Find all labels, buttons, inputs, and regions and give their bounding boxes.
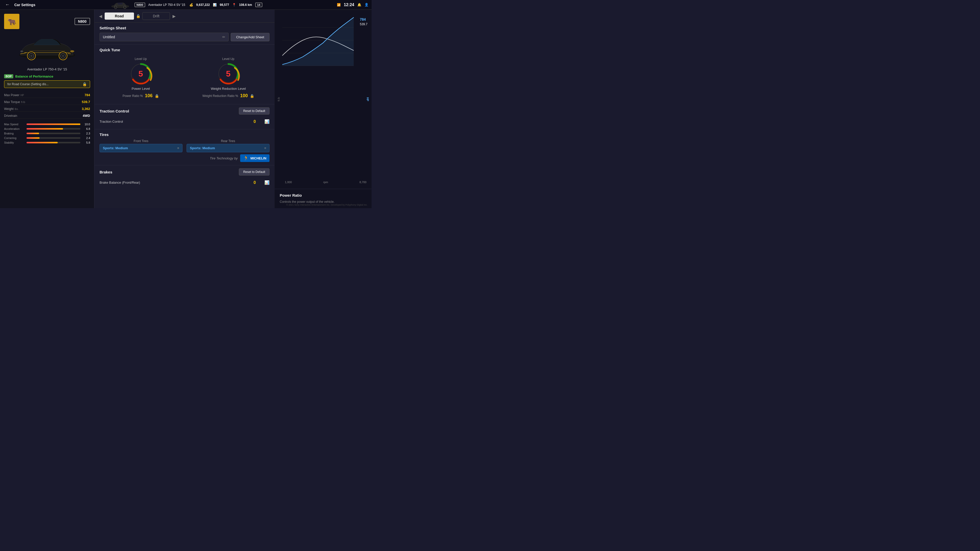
weight-ratio-value: 100: [240, 93, 248, 98]
power-level-label: Power Level: [132, 87, 150, 91]
max-power-unit: HP: [21, 94, 24, 97]
stat-weight: Weightlbs. 3,362: [4, 106, 90, 112]
brake-bar-icon[interactable]: 📊: [264, 180, 269, 185]
lock-icon: 🔒: [83, 82, 87, 86]
rear-tire-col: Rear Tires Sports: Medium ≡: [186, 139, 269, 152]
tires-title: Tires: [100, 132, 109, 137]
car-thumb-icon: [110, 1, 130, 9]
header-car-name: Aventador LP 750-4 SV '15: [148, 3, 185, 6]
settings-sheet-section: Settings Sheet Untitled ✏ Change/Add She…: [94, 23, 275, 44]
max-speed-label: Max Speed: [4, 123, 24, 126]
rpm-center-label: rpm: [323, 181, 328, 184]
pp-icon: 📊: [213, 3, 217, 6]
front-tire-menu-icon: ≡: [177, 146, 179, 150]
credits-value: 9,637,222: [196, 3, 210, 6]
bop-course[interactable]: for Road Course (Setting dis... 🔒: [4, 80, 90, 88]
cornering-label: Cornering: [4, 137, 24, 140]
traction-reset-button[interactable]: Reset to Default: [239, 107, 269, 114]
stat-max-torque: Max Torqueft·lb 539.7: [4, 99, 90, 105]
michelin-area: Tire Technology by 🏃 MICHELIN: [100, 154, 269, 162]
header-left: ← Car Settings: [3, 2, 35, 8]
edit-icon: ✏: [222, 35, 225, 39]
change-sheet-button[interactable]: Change/Add Sheet: [231, 33, 269, 41]
header-bar: ← Car Settings N800 Aventador LP 750-4 S…: [0, 0, 372, 10]
chart-torque-value: 539.7: [360, 22, 368, 26]
tires-row: Front Tires Sports: Medium ≡ Rear Tires …: [100, 139, 269, 152]
acceleration-value: 6.8: [83, 127, 90, 130]
distance-icon: 📍: [232, 3, 236, 6]
weight-unit: lbs.: [14, 108, 19, 110]
power-chart-svg: [282, 15, 359, 76]
sheet-name-input[interactable]: Untitled ✏: [100, 33, 229, 41]
stat-drivetrain: Drivetrain 4WD: [4, 113, 90, 119]
car-main-image: [14, 36, 80, 62]
brand-icon: 🐂: [7, 17, 16, 26]
max-torque-value: 539.7: [82, 100, 90, 104]
back-button[interactable]: ←: [3, 2, 12, 8]
car-thumbnail: [110, 0, 130, 9]
brakes-title: Brakes: [100, 170, 112, 174]
sheet-name-text: Untitled: [103, 35, 115, 39]
svg-point-12: [70, 50, 74, 52]
bop-tag: BOP: [4, 74, 13, 78]
stability-fill: [27, 142, 58, 143]
traction-control-value: 0: [247, 119, 262, 124]
brake-balance-label: Brake Balance (Front/Rear): [100, 181, 140, 184]
max-power-value: 784: [84, 93, 90, 97]
quick-tune-header: Quick Tune: [100, 48, 269, 52]
profile-icon: 👤: [364, 3, 369, 6]
chart-labels-right: 784 539.7: [360, 17, 368, 26]
tab-road[interactable]: Road: [105, 13, 134, 20]
settings-sheet-row: Untitled ✏ Change/Add Sheet: [100, 33, 269, 41]
traction-control-title: Traction Control: [100, 109, 129, 113]
tab-next-button[interactable]: ▶: [172, 13, 176, 19]
power-ratio-label: Power Ratio %: [123, 94, 143, 98]
traction-control-section: Traction Control Reset to Default Tracti…: [94, 104, 275, 129]
braking-label: Braking: [4, 132, 24, 135]
stability-track: [27, 142, 80, 143]
tab-prev-button[interactable]: ◀: [99, 13, 103, 19]
power-dial[interactable]: 5: [129, 62, 152, 85]
front-tire-select[interactable]: Sports: Medium ≡: [100, 144, 183, 152]
front-tire-value: Sports: Medium: [103, 146, 128, 150]
max-torque-label: Max Torque: [4, 100, 20, 104]
weight-level-number: 5: [226, 69, 231, 79]
weight-dial[interactable]: 5: [217, 62, 240, 85]
cornering-track: [27, 137, 80, 139]
traction-bar-icon[interactable]: 📊: [264, 119, 269, 124]
chart-x-labels: 1,000 rpm 8,700: [285, 181, 366, 184]
svg-point-13: [20, 51, 23, 52]
brake-balance-value: 0: [247, 180, 262, 185]
power-ratio-value: 106: [145, 93, 153, 98]
chart-hp-value: 784: [360, 17, 368, 21]
weight-value: 3,362: [82, 107, 90, 111]
rpm-end-label: 8,700: [360, 181, 366, 184]
rear-tire-select[interactable]: Sports: Medium ≡: [186, 144, 269, 152]
chart-y-axis-label: ft-lb: [277, 97, 280, 102]
power-ratio-lock-icon: 🔒: [155, 94, 159, 98]
drivetrain-label: Drivetrain: [4, 114, 17, 118]
michelin-label: Tire Technology by: [210, 156, 238, 160]
quick-tune-title: Quick Tune: [100, 48, 120, 52]
brand-logo-area: 🐂 N800: [4, 14, 90, 29]
credits-icon: 💰: [189, 3, 193, 6]
brake-balance-row: Brake Balance (Front/Rear) 0 📊: [100, 178, 269, 187]
perf-bar-acceleration: Acceleration 6.8: [4, 127, 90, 130]
header-center: N800 Aventador LP 750-4 SV '15 💰 9,637,2…: [110, 0, 262, 9]
rear-tire-label: Rear Tires: [186, 139, 269, 143]
brakes-reset-button[interactable]: Reset to Default: [239, 168, 269, 176]
acceleration-label: Acceleration: [4, 127, 24, 130]
rpm-start-label: 1,000: [285, 181, 292, 184]
copyright-text: © 2021 Sony Interactive Entertainment In…: [286, 203, 368, 206]
power-level-panel: Level Up 5 Power Level: [100, 57, 182, 98]
front-tire-col: Front Tires Sports: Medium ≡: [100, 139, 183, 152]
page-title: Car Settings: [14, 3, 35, 7]
svg-point-11: [62, 55, 64, 57]
michelin-brand-text: MICHELIN: [250, 156, 266, 160]
michelin-man-icon: 🏃: [243, 156, 249, 161]
pp-value: 98,577: [220, 3, 229, 6]
tab-drift[interactable]: Drift: [142, 12, 170, 20]
perf-bars: Max Speed 10.0 Acceleration 6.8 Braking …: [4, 123, 90, 144]
weight-ratio-label: Weight Reduction Ratio %: [202, 94, 238, 98]
perf-bar-max-speed: Max Speed 10.0: [4, 123, 90, 126]
